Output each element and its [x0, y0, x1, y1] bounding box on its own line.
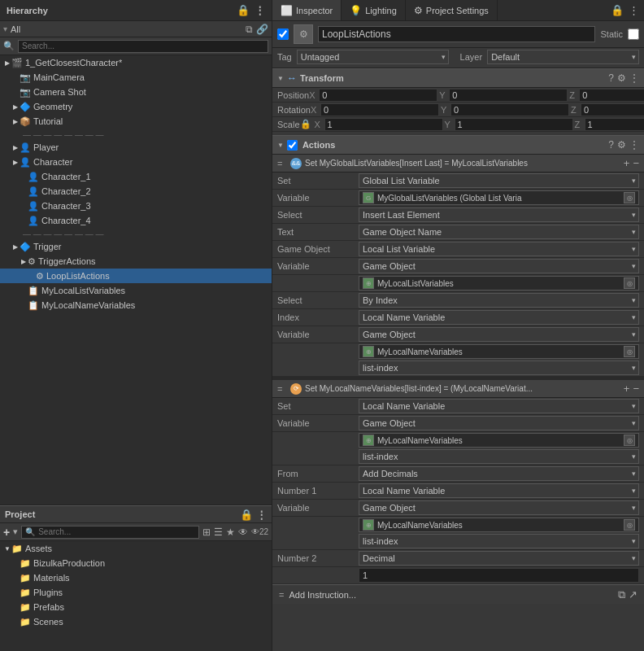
tab-inspector[interactable]: ⬜ Inspector	[272, 0, 342, 20]
action2-number2-row: Number 2 Decimal	[272, 550, 644, 567]
hierarchy-item-character[interactable]: ▶ 👤 Character	[0, 155, 272, 169]
action2-set-select[interactable]: Local Name Variable	[359, 399, 639, 413]
action2-localname-sub-select[interactable]: list-index	[359, 449, 639, 464]
layer-select[interactable]: Default	[487, 50, 639, 64]
action1-set-select[interactable]: Global List Variable	[359, 173, 639, 188]
project-grid-icon[interactable]: ⊞	[202, 526, 211, 538]
transform-component-header[interactable]: ▼ ↔ Transform ? ⚙ ⋮	[272, 68, 644, 88]
action1-locallist-target[interactable]: ◎	[624, 277, 635, 289]
action2-number1-select[interactable]: Local Name Variable	[359, 483, 639, 498]
action1-text-select[interactable]: Game Object Name	[359, 225, 639, 239]
project-search-input[interactable]	[38, 526, 195, 538]
action2-localname2-sub-select[interactable]: list-index	[359, 534, 639, 548]
project-item-scenes[interactable]: 📁 Scenes	[0, 614, 272, 629]
hierarchy-item-tutorial[interactable]: ▶ 📦 Tutorial	[0, 114, 272, 129]
actions-component-header[interactable]: ▼ Actions ? ⚙ ⋮	[272, 135, 644, 155]
add-instruction-copy-icon[interactable]: ⧉	[618, 588, 625, 601]
action1-variable2-select[interactable]: Game Object	[359, 259, 639, 273]
project-add-btn[interactable]: +	[3, 526, 10, 539]
action1-variable-target[interactable]: ◎	[624, 192, 635, 203]
hierarchy-item-maincamera[interactable]: 📷 MainCamera	[0, 70, 272, 85]
add-instruction-arrow-icon[interactable]: ↗	[629, 588, 637, 601]
search-icon-project: 🔍	[25, 527, 35, 536]
hierarchy-item-character4[interactable]: 👤 Character_4	[0, 213, 272, 228]
action1-gameobject-select[interactable]: Local List Variable	[359, 242, 639, 256]
action2-add-icon[interactable]: +	[624, 382, 630, 395]
object-active-checkbox[interactable]	[277, 28, 289, 40]
tag-select[interactable]: Untagged	[297, 50, 449, 64]
project-list-icon[interactable]: ☰	[214, 526, 223, 538]
action2-remove-icon[interactable]: −	[633, 382, 639, 395]
object-name-input[interactable]	[318, 26, 595, 42]
actions-help-icon[interactable]: ?	[608, 139, 614, 151]
project-item-assets[interactable]: ▼ 📁 Assets	[0, 541, 272, 556]
actions-active-checkbox[interactable]	[287, 140, 298, 151]
transform-menu-icon[interactable]: ⋮	[629, 72, 639, 84]
static-checkbox[interactable]	[628, 28, 639, 40]
hierarchy-item-player[interactable]: ▶ 👤 Player	[0, 140, 272, 155]
tab-project-settings[interactable]: ⚙ Project Settings	[406, 0, 498, 20]
hierarchy-lock-icon[interactable]: 🔒	[237, 4, 250, 16]
hierarchy-search-input[interactable]	[18, 40, 268, 53]
add-instruction-eq-icon: =	[279, 590, 284, 600]
scale-z-input[interactable]	[585, 118, 644, 131]
action1-variable3-select[interactable]: Game Object	[359, 327, 639, 342]
rotation-y-input[interactable]	[450, 103, 569, 116]
add-instruction-bar: = Add Instruction... ⧉ ↗	[272, 584, 644, 604]
action1-localname-target[interactable]: ◎	[624, 346, 635, 357]
hierarchy-item-geometry[interactable]: ▶ 🔷 Geometry	[0, 99, 272, 114]
action2-variable2-select[interactable]: Game Object	[359, 500, 639, 515]
hierarchy-item-scene[interactable]: ▶ 🎬 1_GetClosestCharacter*	[0, 55, 272, 70]
hierarchy-item-character2[interactable]: 👤 Character_2	[0, 184, 272, 199]
actions-settings-icon[interactable]: ⚙	[617, 139, 626, 151]
hierarchy-item-looplistactions[interactable]: ⚙ LoopListActions	[0, 269, 272, 283]
inspector-lock-icon[interactable]: 🔒	[611, 4, 624, 16]
action2-number2-select[interactable]: Decimal	[359, 551, 639, 566]
action1-add-icon[interactable]: +	[624, 157, 630, 169]
inspector-menu-icon[interactable]: ⋮	[629, 4, 639, 16]
project-lock-icon[interactable]: 🔒	[240, 509, 253, 521]
hierarchy-menu-icon[interactable]: ⋮	[255, 4, 265, 16]
rotation-x-input[interactable]	[320, 103, 439, 116]
position-z-input[interactable]	[579, 89, 644, 102]
tab-lighting[interactable]: 💡 Lighting	[342, 0, 406, 20]
action1-select2-select[interactable]: By Index	[359, 293, 639, 308]
project-menu-icon[interactable]: ⋮	[256, 509, 267, 521]
action2-variable-select[interactable]: Game Object	[359, 416, 639, 430]
actions-menu-icon[interactable]: ⋮	[629, 139, 639, 151]
action1-localname-sub-select[interactable]: list-index	[359, 360, 639, 375]
hier-more-icon[interactable]: 🔗	[256, 24, 268, 35]
project-eye-icon[interactable]: 👁	[238, 526, 248, 538]
position-y-input[interactable]	[449, 89, 568, 102]
scale-x-input[interactable]	[324, 118, 443, 131]
action2-localname2-target[interactable]: ◎	[624, 519, 635, 531]
scene-icon: 🎬	[11, 58, 23, 68]
action2-localname-target[interactable]: ◎	[624, 435, 635, 446]
transform-help-icon[interactable]: ?	[608, 72, 614, 84]
project-star-icon[interactable]: ★	[226, 526, 235, 538]
hierarchy-item-mylocallistvariables[interactable]: 📋 MyLocalListVariables	[0, 283, 272, 298]
action1-index-select[interactable]: Local Name Variable	[359, 310, 639, 325]
action2-number2-value-input[interactable]	[359, 568, 639, 583]
transform-settings-icon[interactable]: ⚙	[617, 72, 626, 84]
hierarchy-tab-label[interactable]: Hierarchy	[7, 6, 48, 15]
hierarchy-item-mylocalnamevariables[interactable]: 📋 MyLocalNameVariables	[0, 298, 272, 312]
hierarchy-all-label: All	[11, 24, 20, 34]
scale-y-input[interactable]	[455, 118, 573, 131]
hierarchy-item-character1[interactable]: 👤 Character_1	[0, 169, 272, 184]
rotation-z-input[interactable]	[581, 103, 644, 116]
hierarchy-item-character3[interactable]: 👤 Character_3	[0, 199, 272, 213]
hierarchy-item-trigger[interactable]: ▶ 🔷 Trigger	[0, 239, 272, 254]
hier-copy-icon[interactable]: ⧉	[246, 24, 253, 35]
project-item-prefabs[interactable]: 📁 Prefabs	[0, 600, 272, 614]
action2-from-select[interactable]: Add Decimals	[359, 466, 639, 481]
position-x-input[interactable]	[319, 89, 437, 102]
action1-select-select[interactable]: Insert Last Element	[359, 208, 639, 222]
project-item-materials[interactable]: 📁 Materials	[0, 570, 272, 585]
action1-remove-icon[interactable]: −	[633, 157, 639, 169]
project-item-bizulka[interactable]: 📁 BizulkaProduction	[0, 556, 272, 570]
project-item-plugins[interactable]: 📁 Plugins	[0, 585, 272, 600]
hierarchy-item-camerashot[interactable]: 📷 Camera Shot	[0, 85, 272, 99]
hierarchy-item-triggeractions[interactable]: ▶ ⚙ TriggerActions	[0, 254, 272, 269]
action1-locallist-text: MyLocalListVariables	[377, 279, 620, 288]
